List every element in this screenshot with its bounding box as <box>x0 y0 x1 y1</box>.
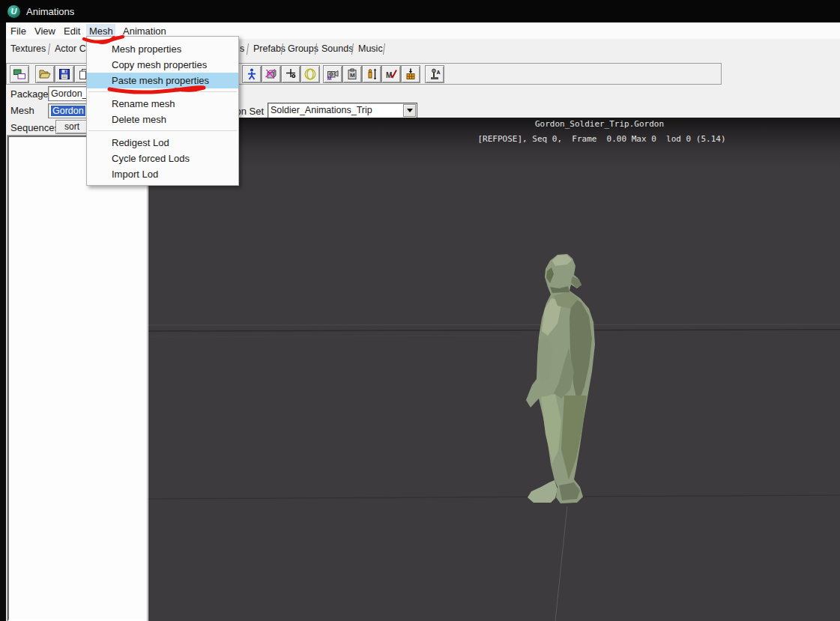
title-bar[interactable]: U Animations <box>0 0 840 22</box>
viewport-status-line: [REFPOSE], Seq 0, Frame 0.00 Max 0 lod 0… <box>477 134 725 144</box>
svg-text:M: M <box>350 72 355 79</box>
window-title: Animations <box>26 6 74 17</box>
tab-separator <box>247 43 249 55</box>
menu-item-delete-mesh[interactable]: Delete mesh <box>87 112 238 127</box>
menu-item-import-lod[interactable]: Import Lod <box>87 166 238 182</box>
viewport-mesh-name: Gordon_Soldier_Trip.Gordon <box>535 119 664 129</box>
menu-item-mesh-properties[interactable]: Mesh properties <box>87 41 238 57</box>
tab-clipped[interactable]: s <box>240 43 244 55</box>
package-label: Package <box>10 88 49 100</box>
animation-set-value: Soldier_Animations_Trip <box>271 105 372 115</box>
open-folder-icon <box>38 67 52 81</box>
scale-figure-button[interactable] <box>362 65 381 83</box>
tab-groups[interactable]: Groups <box>288 43 318 55</box>
menu-edit[interactable]: Edit <box>61 24 83 38</box>
chevron-down-icon <box>407 109 413 112</box>
wire-sphere-icon <box>303 67 317 81</box>
joystick-icon: A <box>428 67 441 81</box>
sort-button[interactable]: sort <box>55 120 88 134</box>
sequences-list[interactable] <box>7 136 147 621</box>
tab-separator <box>383 43 385 55</box>
menu-item-copy-mesh-properties[interactable]: Copy mesh properties <box>87 57 238 73</box>
svg-text:M: M <box>327 76 332 81</box>
save-package-button[interactable] <box>55 65 74 83</box>
browser-layout-icon <box>13 67 26 81</box>
import-mesh-button[interactable] <box>401 65 420 83</box>
window-left-edge <box>0 22 6 621</box>
scale-figure-icon <box>365 67 378 81</box>
mesh-clipboard-button[interactable]: M <box>342 65 362 83</box>
mesh-viewport[interactable] <box>148 118 840 621</box>
menu-item-paste-mesh-properties[interactable]: Paste mesh properties <box>87 73 238 88</box>
stick-figure-icon <box>245 67 259 81</box>
mesh-check-button[interactable]: M <box>381 65 401 83</box>
mesh-camera-icon: M <box>326 67 339 81</box>
animation-set-combo[interactable]: Soldier_Animations_Trip <box>268 103 417 118</box>
tab-separator <box>48 43 50 55</box>
menu-file[interactable]: File <box>7 24 29 38</box>
menu-item-rename-mesh[interactable]: Rename mesh <box>87 96 238 112</box>
tab-textures[interactable]: Textures <box>10 43 46 55</box>
axes-crosshair-icon <box>284 67 297 81</box>
tab-actor-classes[interactable]: Actor Classes <box>55 43 86 55</box>
svg-text:A: A <box>437 70 441 75</box>
tab-sounds[interactable]: Sounds <box>321 43 353 55</box>
browser-layout-button[interactable] <box>10 65 29 83</box>
menu-separator <box>87 127 238 135</box>
mesh-clipboard-icon: M <box>345 67 359 81</box>
menu-separator <box>87 88 238 96</box>
menu-view[interactable]: View <box>31 24 58 38</box>
package-value: Gordon_ <box>51 88 88 99</box>
mesh-value: Gordon <box>51 106 85 116</box>
open-package-button[interactable] <box>35 65 55 83</box>
mesh-check-icon: M <box>384 67 398 81</box>
combo-dropdown-button[interactable] <box>403 104 416 117</box>
menu-item-cycle-forced-lods[interactable]: Cycle forced Lods <box>87 151 238 166</box>
mesh-camera-button[interactable]: M <box>323 65 342 83</box>
menu-item-redigest-lod[interactable]: Redigest Lod <box>87 135 238 151</box>
app-icon: U <box>7 5 20 18</box>
save-icon <box>58 67 71 81</box>
mesh-context-menu: Mesh properties Copy mesh properties Pas… <box>86 36 239 186</box>
refpose-button[interactable] <box>242 65 262 83</box>
sequences-label: Sequences <box>10 122 59 133</box>
mesh-label: Mesh <box>10 105 34 116</box>
wireframe-toggle-button[interactable] <box>262 65 281 83</box>
joystick-button[interactable]: A <box>425 65 444 83</box>
tab-music[interactable]: Music <box>358 43 383 55</box>
origin-axes-button[interactable] <box>281 65 300 83</box>
bounds-button[interactable] <box>300 65 320 83</box>
wireframe-box-icon <box>265 67 278 81</box>
import-bin-icon <box>404 67 417 81</box>
